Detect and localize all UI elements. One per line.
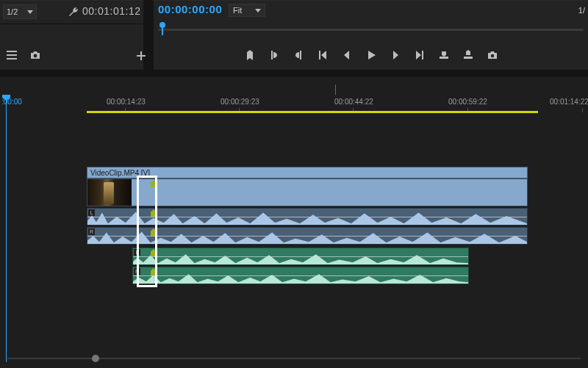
source-monitor-bar: 1/2 00:01:01:12 <box>0 0 143 24</box>
program-playhead-icon[interactable] <box>158 22 167 37</box>
top-toolbar: 1/2 00:01:01:12 00:00:00:00 Fit 1/ <box>0 0 588 70</box>
program-fit-dropdown[interactable]: Fit <box>229 4 265 17</box>
source-buttons-row <box>0 41 143 69</box>
time-ruler[interactable]: :00:00 00:00:14:23 00:00:29:23 00:00:44:… <box>0 95 588 115</box>
mark-in-button[interactable] <box>266 47 282 63</box>
program-fit-value: Fit <box>233 6 242 15</box>
svg-point-3 <box>34 54 37 58</box>
source-scrub-row <box>0 24 143 41</box>
ruler-label: 00:00:44:22 <box>334 98 373 106</box>
program-scrub-track[interactable] <box>158 29 584 31</box>
svg-rect-2 <box>7 58 17 59</box>
source-zoom-value: 1/2 <box>7 7 18 16</box>
timeline-zoom-scrollbar[interactable] <box>7 355 581 362</box>
marker-list-icon[interactable] <box>6 49 18 61</box>
zoom-thumb[interactable] <box>90 355 101 362</box>
audio-clip-2-left[interactable]: L <box>132 248 469 265</box>
go-to-out-button[interactable] <box>412 47 428 63</box>
lift-button[interactable] <box>436 47 452 63</box>
source-timecode[interactable]: 00:01:01:12 <box>82 5 140 17</box>
program-timecode[interactable]: 00:00:00:00 <box>158 3 222 15</box>
step-back-button[interactable] <box>339 47 355 63</box>
camera-icon[interactable] <box>29 49 41 61</box>
svg-rect-1 <box>7 54 17 56</box>
export-frame-button[interactable] <box>484 47 501 63</box>
video-clip-title[interactable]: VideoClip.MP4 [V] <box>87 167 528 178</box>
waveform-icon <box>133 248 468 264</box>
extract-button[interactable] <box>460 47 476 63</box>
step-forward-button[interactable] <box>387 47 404 63</box>
program-monitor-bar: 00:00:00:00 Fit 1/ <box>154 0 588 21</box>
work-area-bar[interactable] <box>87 111 538 113</box>
ruler-label: 00:00:14:23 <box>107 98 146 106</box>
add-button-icon[interactable] <box>135 50 147 62</box>
program-pages-value: 1/ <box>578 6 585 15</box>
ruler-label: 00:01:14:22 <box>550 98 588 106</box>
go-to-in-button[interactable] <box>315 47 331 63</box>
chevron-down-icon <box>27 10 33 14</box>
svg-rect-0 <box>7 51 17 52</box>
svg-point-4 <box>490 54 493 57</box>
tracks-area[interactable]: VideoClip.MP4 [V] L R L <box>0 123 588 358</box>
chevron-down-icon <box>255 9 261 12</box>
program-scrub-row <box>154 21 588 41</box>
panel-divider-horizontal[interactable] <box>0 70 588 77</box>
source-zoom-dropdown[interactable]: 1/2 <box>3 4 37 19</box>
program-pages-display[interactable]: 1/ <box>573 4 585 17</box>
transport-controls <box>154 41 588 69</box>
video-clip-thumbnail <box>87 179 132 206</box>
wrench-icon[interactable] <box>68 6 79 18</box>
audio-clip-2-right[interactable]: R <box>132 267 469 284</box>
waveform-icon <box>133 267 468 284</box>
mark-out-button[interactable] <box>290 47 306 63</box>
timeline-panel: :00:00 00:00:14:23 00:00:29:23 00:00:44:… <box>0 77 588 368</box>
add-marker-button[interactable] <box>242 47 258 63</box>
ruler-label: 00:00:59:22 <box>448 98 487 106</box>
play-button[interactable] <box>363 47 379 63</box>
ruler-label: 00:00:29:23 <box>220 98 259 106</box>
